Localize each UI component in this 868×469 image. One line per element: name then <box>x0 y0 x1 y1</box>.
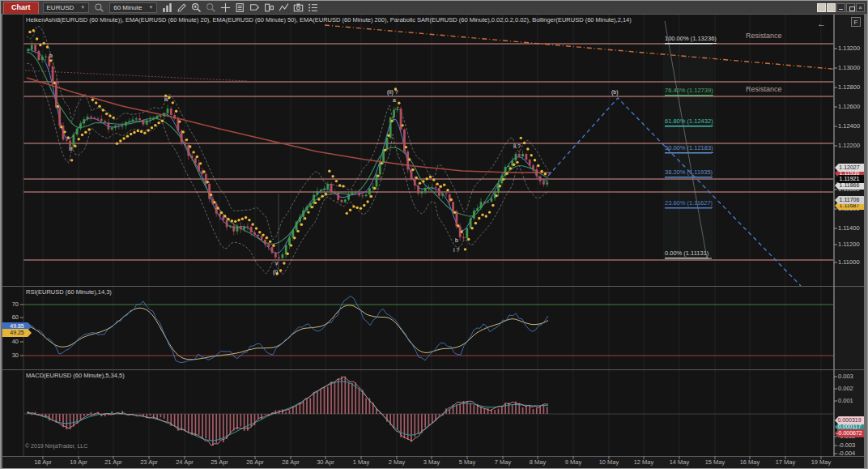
price-axis-tick: 1.13200 <box>838 45 860 52</box>
fib-level-label: 76.40% (1.12739) <box>665 87 713 96</box>
date-axis-label: 18 Apr <box>29 458 57 466</box>
chart-style-icon[interactable] <box>161 2 173 13</box>
price-axis-tick: 1.12400 <box>838 122 860 130</box>
date-axis-label: 23 Apr <box>135 458 163 466</box>
chevron-down-icon: ▼ <box>80 5 85 10</box>
date-axis-label: 9 May <box>560 458 587 466</box>
macd-value-badge: -0.000672 <box>835 429 864 437</box>
chart-tab[interactable]: Chart <box>3 2 39 14</box>
titlebar: Chart EURUSD ▼ 60 Minute ▼ <box>1 1 867 14</box>
fib-level-label: 38.20% (1.11935) <box>665 168 713 177</box>
crosshair-icon[interactable] <box>219 2 232 13</box>
date-axis-label: 3 May <box>418 458 445 466</box>
date-axis-label: 14 May <box>666 458 693 466</box>
macd-axis-tick: -0.004 <box>838 450 855 457</box>
instrument-value: EURUSD <box>47 4 74 11</box>
price-axis-tick: 1.11000 <box>838 258 860 266</box>
interval-selector[interactable]: 60 Minute ▼ <box>109 2 157 13</box>
price-axis-tick: 1.12600 <box>838 103 860 110</box>
chart-overlay-labels: HeikenAshi8(EURUSD (60 Minute)), EMA(EUR… <box>1 1 868 469</box>
close-button[interactable] <box>856 3 865 12</box>
date-axis-label: 7 May <box>489 458 517 466</box>
date-axis-label: 17 May <box>772 458 799 466</box>
rsi-value-badge: 49.25 <box>2 329 32 337</box>
macd-panel-label[interactable]: MACD(EURUSD (60 Minute),5,34,5) <box>26 372 125 379</box>
price-axis-tick: 1.12200 <box>838 142 860 149</box>
price-badge: 1.12027 <box>835 164 864 172</box>
zoom-in-icon[interactable] <box>190 2 202 13</box>
restore-button[interactable] <box>846 3 855 12</box>
date-axis-label: 10 May <box>595 458 623 466</box>
toolbar-icons <box>161 2 319 13</box>
date-axis-label: 24 Apr <box>171 458 198 466</box>
chevron-down-icon: ▼ <box>148 5 153 10</box>
chart-trader-icon[interactable] <box>263 2 275 13</box>
fib-level-label: 61.80% (1.12432) <box>665 117 713 126</box>
back-arrow-icon[interactable]: ← <box>817 19 826 28</box>
snapshot-icon[interactable] <box>292 2 304 13</box>
date-axis-label: 19 May <box>807 458 835 466</box>
resistance-label: Resistance <box>746 85 782 93</box>
wave-annotation: (ii) ? <box>387 89 398 95</box>
copyright-text: © 2019 NinjaTrader, LLC <box>25 443 87 449</box>
date-axis-label: 19 Apr <box>65 458 92 466</box>
wave-annotation: v <box>275 260 279 266</box>
price-badge: 1.11921 <box>835 175 864 183</box>
fixed-scale-button[interactable]: F <box>851 17 861 27</box>
window-buttons <box>817 3 865 12</box>
wave-annotation: ii ? <box>513 143 521 149</box>
date-axis-label: 26 Apr <box>241 458 269 466</box>
instrument-selector[interactable]: EURUSD ▼ <box>43 2 90 13</box>
date-axis-label: 8 May <box>524 458 551 466</box>
date-axis-label: 25 Apr <box>206 458 233 466</box>
wave-annotation: a <box>393 97 396 103</box>
rsi-axis-tick: 70 <box>6 301 19 308</box>
date-axis-label: 28 Apr <box>277 458 304 466</box>
fib-level-label: 100.00% (1.13236) <box>665 35 717 44</box>
macd-axis-tick: 0.001 <box>838 397 853 404</box>
wave-annotation: i ? <box>453 247 459 253</box>
alert-tag-icon[interactable] <box>249 2 261 13</box>
resistance-label: Resistance <box>746 32 782 40</box>
date-axis-label: 5 May <box>453 458 481 466</box>
fib-level-label: 23.60% (1.11627) <box>665 199 713 208</box>
date-axis-label: 21 Apr <box>100 458 127 466</box>
macd-value-badge: 0.000319 <box>835 416 864 424</box>
wave-annotation: (b) <box>611 89 619 95</box>
link-button-2[interactable] <box>827 3 836 12</box>
link-button-1[interactable] <box>817 3 826 12</box>
rsi-axis-tick: 30 <box>6 352 19 359</box>
date-axis-label: 15 May <box>701 458 729 466</box>
date-axis-label: 16 May <box>736 458 764 466</box>
zigzag-icon[interactable] <box>278 2 290 13</box>
data-box-icon[interactable] <box>234 2 246 13</box>
price-axis-tick: 1.12800 <box>838 83 860 91</box>
wave-annotation: iv <box>164 96 168 102</box>
wave-annotation: b <box>455 237 458 243</box>
properties-icon[interactable] <box>307 2 319 13</box>
wave-annotation: (i) <box>273 269 278 275</box>
search-icon[interactable] <box>93 2 105 13</box>
price-axis-tick: 1.11200 <box>838 241 860 248</box>
wave-annotation: iii <box>69 146 73 151</box>
rsi-axis-tick: 40 <box>6 338 19 345</box>
price-axis-tick: 1.11400 <box>838 224 860 232</box>
rsi-panel-label[interactable]: RSI(EURUSD (60 Minute),14,3) <box>26 288 112 296</box>
date-axis-label: 1 May <box>347 458 375 466</box>
macd-axis-tick: 0.002 <box>838 385 853 392</box>
zoom-out-icon[interactable] <box>205 2 217 13</box>
interval-value: 60 Minute <box>113 4 142 11</box>
price-badge: 1.11706 <box>835 196 864 204</box>
minimize-button[interactable] <box>836 3 845 12</box>
fib-level-label: 0.00% (1.11131) <box>665 249 708 258</box>
date-axis-label: 12 May <box>630 458 657 466</box>
macd-axis-tick: 0.003 <box>838 373 853 380</box>
fib-level-label: 50.00% (1.12183) <box>665 144 713 153</box>
macd-axis-tick: -0.003 <box>838 441 855 449</box>
draw-pencil-icon[interactable] <box>176 2 188 13</box>
rsi-axis-tick: 60 <box>6 313 19 321</box>
date-axis-label: 30 Apr <box>312 458 339 466</box>
indicator-summary[interactable]: HeikenAshi8(EURUSD (60 Minute)), EMA(EUR… <box>26 16 632 23</box>
wave-annotation: b <box>49 53 53 58</box>
price-axis-tick: 1.13000 <box>838 64 860 71</box>
